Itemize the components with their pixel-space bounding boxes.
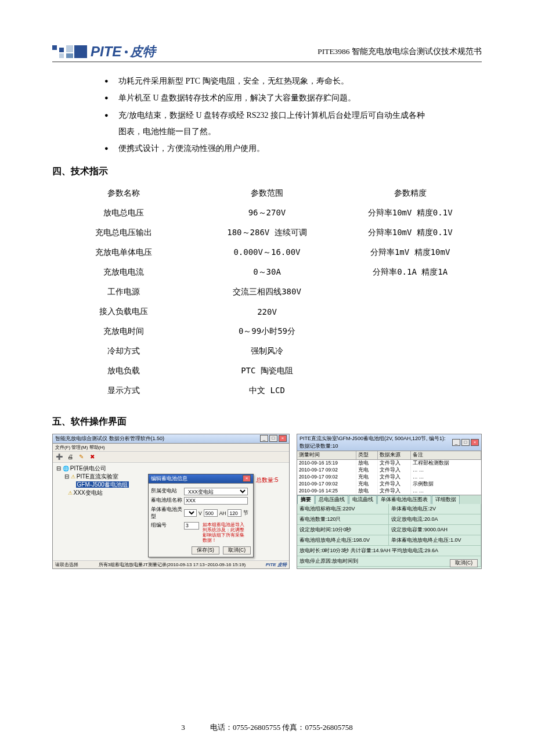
screenshot-manager: 智能充放电综合测试仪 数据分析管理软件(1.50) _ □ × 文件(F) 管理…: [52, 434, 290, 569]
status-text: 请双击选择: [55, 561, 78, 568]
cell-ah-input[interactable]: [204, 509, 218, 517]
spec-head: 参数名称: [52, 183, 196, 203]
add-icon[interactable]: ➕: [55, 453, 63, 461]
spec-row: 接入负载电压220V: [52, 302, 482, 322]
tab-current[interactable]: 电流曲线: [349, 495, 377, 504]
cell-count-input[interactable]: [228, 509, 241, 517]
spec-cell: [338, 302, 482, 322]
info-cell: 蓄电池组标称电压:220V: [297, 504, 389, 514]
window-titlebar[interactable]: 智能充放电综合测试仪 数据分析管理软件(1.50) _ □ ×: [53, 434, 289, 444]
feature-item: 单片机至 U 盘数据转存技术的应用，解决了大容量数据存贮问题。: [104, 89, 482, 106]
spec-table: 参数名称 参数范围 参数精度 放电总电压96～270V分辩率10mV 精度0.1…: [52, 183, 482, 401]
tab-detail-data[interactable]: 详细数据: [432, 495, 460, 504]
maximize-icon[interactable]: □: [461, 439, 470, 446]
feature-item: 充/放电结束，数据经 U 盘转存或经 RS232 接口上传计算机后台处理后可自动…: [104, 107, 482, 140]
tab-total-voltage[interactable]: 总电压曲线: [315, 495, 348, 504]
grid-body[interactable]: 2010-09-16 15:19放电文件导入工程部检测数据 2010-09-17…: [297, 460, 481, 495]
field-label: 蓄电池组名称: [151, 497, 182, 504]
station-select[interactable]: XXX变电站: [184, 488, 248, 495]
window-title: 智能充放电综合测试仪 数据分析管理软件(1.50): [55, 435, 164, 442]
cancel-button[interactable]: 取消(C): [450, 559, 478, 567]
cell-voltage-select[interactable]: 2: [184, 509, 197, 517]
save-button[interactable]: 保存(S): [192, 546, 219, 555]
cancel-button[interactable]: 取消(C): [223, 546, 251, 555]
feature-text: 功耗元件采用新型 PTC 陶瓷电阻，安全，无红热现象，寿命长。: [118, 77, 349, 85]
maximize-icon[interactable]: □: [269, 435, 277, 442]
doc-title: PITE3986 智能充电放电综合测试仪技术规范书: [317, 46, 482, 57]
col-header[interactable]: 数据来源: [378, 451, 411, 459]
table-row: 2010-09-17 09:02充电文件导入… …: [297, 467, 481, 474]
tab-cell-voltage[interactable]: 单体蓄电池电压图表: [377, 495, 431, 504]
screenshot-row: 智能充放电综合测试仪 数据分析管理软件(1.50) _ □ × 文件(F) 管理…: [52, 434, 482, 569]
delete-icon[interactable]: ✖: [88, 453, 96, 461]
info-cell: 设定放电电流:20.0A: [389, 514, 481, 524]
tree-label: PITE供电公司: [70, 465, 106, 471]
spec-row: 冷却方式强制风冷: [52, 341, 482, 361]
spec-row: 工作电源交流三相四线380V: [52, 282, 482, 302]
warn-icon: [68, 489, 74, 496]
footer-contact: 电话：0755-26805755 传真：0755-26805758: [210, 723, 353, 732]
window-titlebar[interactable]: PITE直流实验室\GFM-J500蓄电池组(2V, 500AH,120节, 编…: [297, 434, 481, 451]
feature-text-cont: 图表，电池性能一目了然。: [118, 124, 482, 140]
close-icon[interactable]: ×: [471, 439, 479, 446]
screenshot-detail: PITE直流实验室\GFM-J500蓄电池组(2V, 500AH,120节, 编…: [297, 434, 482, 569]
unit-label: 节: [243, 510, 248, 517]
warn-icon: [71, 473, 77, 480]
spec-row: 充放电电流0～30A分辩率0.1A 精度1A: [52, 262, 482, 282]
spec-cell: 96～270V: [196, 203, 339, 223]
groupname-input[interactable]: [184, 497, 248, 505]
window-buttons: _ □ ×: [260, 435, 287, 442]
info-cell: 单体蓄电池放电终止电压:1.0V: [389, 535, 481, 545]
feature-text: 便携式设计，方便流动性强的用户使用。: [118, 144, 265, 153]
col-header[interactable]: 备注: [411, 451, 481, 459]
info-cell: 单体蓄电池电压:2V: [389, 504, 481, 514]
spec-row: 充放电单体电压0.000V～16.00V分辩率1mV 精度10mV: [52, 243, 482, 262]
summary-grid: 蓄电池组标称电压:220V单体蓄电池电压:2V 蓄电池数量:120只设定放电电流…: [297, 504, 481, 567]
menu-bar[interactable]: 文件(F) 管理(M) 帮助(H): [53, 444, 289, 452]
logo-dot-icon: [125, 51, 128, 53]
groupno-input[interactable]: [184, 522, 199, 530]
logo-pixel-icon: [52, 45, 87, 58]
spec-cell: 交流三相四线380V: [196, 282, 339, 302]
spec-row: 充放电时间0～99小时59分: [52, 322, 482, 341]
dialog-body: 所属变电站 XXX变电站 蓄电池组名称 单体蓄电池类型 2 V AH: [149, 484, 253, 557]
dialog-note: 如本组蓄电池是导入到系统涉及：此调整影响该组下所有采集数据！: [203, 522, 248, 543]
col-header[interactable]: 测量时间: [297, 451, 356, 459]
spec-cell: 220V: [196, 302, 339, 322]
toolbar: ➕ 🖨 ✎ ✖: [53, 452, 289, 463]
dialog-title: 编辑蓄电池信息: [151, 475, 187, 483]
table-row: 2010-09-17 09:02充电文件导入示例数据: [297, 481, 481, 488]
grid-header[interactable]: 测量时间 类型 数据来源 备注: [297, 451, 481, 460]
edit-icon[interactable]: ✎: [77, 453, 85, 461]
window-title: PITE直流实验室\GFM-J500蓄电池组(2V, 500AH,120节, 编…: [300, 435, 452, 450]
unit-label: AH: [219, 510, 226, 516]
globe-icon: [63, 465, 70, 471]
print-icon[interactable]: 🖨: [66, 453, 74, 461]
spec-row: 充电总电压输出180～286V 连续可调分辩率10mV 精度0.1V: [52, 223, 482, 243]
spec-cell: 充电总电压输出: [52, 223, 196, 243]
edit-dialog: 编辑蓄电池信息 × 所属变电站 XXX变电站 蓄电池组名称 单体蓄电池类型 2: [148, 474, 254, 557]
unit-label: V: [199, 510, 202, 516]
spec-cell: [338, 322, 482, 341]
close-icon[interactable]: ×: [243, 475, 251, 482]
feature-item: 功耗元件采用新型 PTC 陶瓷电阻，安全，无红热现象，寿命长。: [104, 73, 482, 89]
spec-cell: 强制风冷: [196, 341, 339, 361]
dialog-titlebar[interactable]: 编辑蓄电池信息 ×: [149, 474, 253, 484]
tab-summary[interactable]: 摘要: [297, 495, 315, 504]
status-text: 所有3组蓄电池放电量JT测量记录(2010-09-13 17:13~2010-0…: [99, 561, 246, 568]
feature-text: 充/放电结束，数据经 U 盘转存或经 RS232 接口上传计算机后台处理后可自动…: [118, 111, 425, 120]
table-row: 2010-09-17 09:02充电文件导入… …: [297, 474, 481, 481]
logo-text-cn: 皮特: [130, 43, 156, 60]
minimize-icon[interactable]: _: [452, 439, 460, 446]
spec-cell: 0.000V～16.00V: [196, 243, 339, 262]
close-icon[interactable]: ×: [279, 435, 287, 442]
spec-head-row: 参数名称 参数范围 参数精度: [52, 183, 482, 203]
minimize-icon[interactable]: _: [260, 435, 268, 442]
spec-cell: 显示方式: [52, 381, 196, 401]
tree-root[interactable]: ⊟ PITE供电公司: [56, 465, 286, 473]
info-cell: 蓄电池数量:120只: [297, 514, 389, 524]
spec-cell: 分辩率10mV 精度0.1V: [338, 223, 482, 243]
spec-cell: 充放电单体电压: [52, 243, 196, 262]
spec-head: 参数精度: [338, 183, 482, 203]
col-header[interactable]: 类型: [356, 451, 378, 459]
